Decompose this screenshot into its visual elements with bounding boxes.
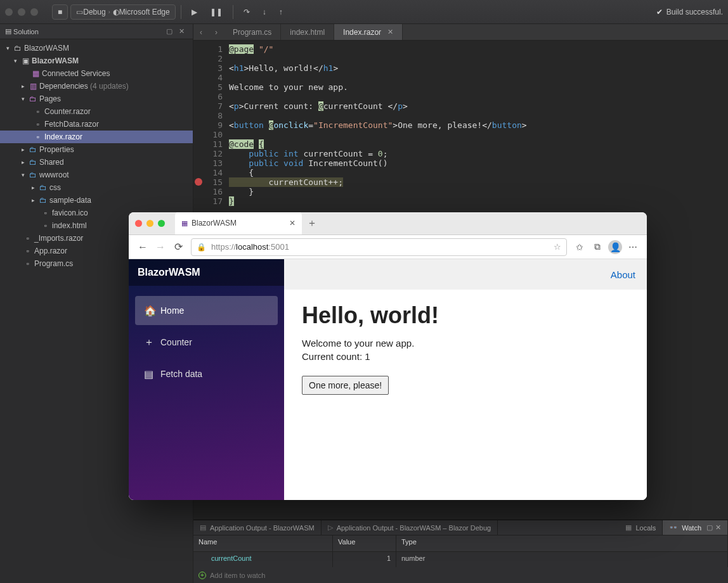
folder-icon: 🗀 <box>28 158 38 167</box>
increment-button[interactable]: One more, please! <box>302 376 389 395</box>
nav-home[interactable]: 🏠 Home <box>135 296 278 325</box>
tree-label: Program.cs <box>34 259 73 268</box>
window-traffic-lights[interactable] <box>5 8 38 16</box>
close-icon[interactable]: ✕ <box>289 219 296 227</box>
nav-forward-button[interactable]: › <box>209 24 224 40</box>
folder-icon: 🗀 <box>28 145 38 154</box>
browser-tabstrip: ▦ BlazorWASM ✕ ＋ <box>129 212 647 235</box>
close-icon[interactable]: ✕ <box>387 28 393 36</box>
razor-file-icon: ▫ <box>33 132 43 141</box>
browser-traffic-lights[interactable] <box>135 220 165 227</box>
tab-label: Index.razor <box>343 28 381 37</box>
stop-icon: ■ <box>58 8 62 16</box>
folder-icon: 🗀 <box>38 183 48 192</box>
tree-pages[interactable]: ▾🗀 Pages <box>0 93 193 105</box>
star-outline-icon[interactable]: ☆ <box>554 242 561 252</box>
step-out-button[interactable]: ↑ <box>274 4 288 20</box>
panel-close-icon[interactable]: ✕ <box>715 523 721 532</box>
about-link[interactable]: About <box>611 269 635 280</box>
tree-label: Connected Services <box>42 69 110 78</box>
solution-header: ▤ Solution ▢ ✕ <box>0 24 193 39</box>
tab-program-cs[interactable]: Program.cs <box>224 24 281 40</box>
tree-note: (4 updates) <box>90 82 129 91</box>
step-into-button[interactable]: ↓ <box>257 4 271 20</box>
tree-shared[interactable]: ▸🗀 Shared <box>0 156 193 169</box>
watch-row-name[interactable]: currentCount <box>193 552 333 568</box>
tree-label: Index.razor <box>44 132 82 141</box>
tree-label: Pages <box>39 94 61 103</box>
tree-file-fetchdata[interactable]: ▫ FetchData.razor <box>0 118 193 131</box>
tree-label: Dependencies <box>39 82 88 91</box>
nav-back-button[interactable]: ‹ <box>193 24 209 40</box>
breakpoint-icon[interactable] <box>195 178 202 186</box>
collections-button[interactable]: ⧉ <box>588 241 606 252</box>
tree-label: FetchData.razor <box>44 120 99 129</box>
debug-tab-output1[interactable]: ▤ Application Output - BlazorWASM <box>193 520 322 535</box>
package-icon: ▥ <box>28 82 38 91</box>
app-sidebar: BlazorWASM 🏠 Home ＋ Counter ▤ Fetch data <box>129 259 284 500</box>
debug-panel: ▤ Application Output - BlazorWASM ▷ Appl… <box>193 520 728 583</box>
tab-label: Program.cs <box>233 28 271 37</box>
url-port: :5001 <box>268 242 289 252</box>
page-icon: ▦ <box>181 219 188 227</box>
nav-fetch-data[interactable]: ▤ Fetch data <box>135 359 278 388</box>
tree-project[interactable]: ▾▣ BlazorWASM <box>0 54 193 67</box>
tab-index-html[interactable]: index.html <box>281 24 334 40</box>
tree-label: favicon.ico <box>52 208 88 217</box>
stop-button[interactable]: ■ <box>52 4 68 20</box>
razor-file-icon: ▫ <box>23 247 33 255</box>
browser-tab[interactable]: ▦ BlazorWASM ✕ <box>175 212 302 234</box>
build-status-label: Build successful. <box>666 8 723 16</box>
locals-icon: ▦ <box>625 523 632 532</box>
check-icon: ✔ <box>656 8 663 16</box>
browser-window: ▦ BlazorWASM ✕ ＋ ← → ⟳ 🔒 https:// localh… <box>129 212 647 500</box>
tree-wwwroot[interactable]: ▾🗀 wwwroot <box>0 169 193 181</box>
run-config-selector[interactable]: ▭ Debug › ◐ Microsoft Edge <box>70 4 175 20</box>
back-button[interactable]: ← <box>134 241 152 253</box>
nav-label: Fetch data <box>160 369 202 379</box>
tree-css[interactable]: ▸🗀 css <box>0 181 193 194</box>
tree-label: App.razor <box>34 247 67 255</box>
razor-file-icon: ▫ <box>33 120 43 129</box>
avatar-icon: 👤 <box>608 240 622 254</box>
panel-close-icon[interactable]: ✕ <box>179 27 188 36</box>
panel-restore-icon[interactable]: ▢ <box>166 27 175 36</box>
profile-button[interactable]: 👤 <box>606 240 624 254</box>
watch-grid[interactable]: Name Value Type currentCount 1 number + … <box>193 535 728 583</box>
tree-label: Shared <box>39 158 64 167</box>
pause-button[interactable]: ❚❚ <box>205 4 228 20</box>
tree-solution-root[interactable]: ▾🗀 BlazorWASM <box>0 42 193 54</box>
page-content: Hello, world! Welcome to your new app. C… <box>284 290 647 401</box>
tab-index-razor[interactable]: Index.razor ✕ <box>334 24 403 40</box>
play-button[interactable]: ▶ <box>186 4 202 20</box>
razor-file-icon: ▫ <box>23 234 33 243</box>
favorites-button[interactable]: ✩ <box>571 242 588 252</box>
tree-properties[interactable]: ▸🗀 Properties <box>0 143 193 156</box>
app-topbar: About <box>284 259 647 290</box>
tree-file-index-razor[interactable]: ▫ Index.razor <box>0 131 193 143</box>
add-watch-row[interactable]: + Add item to watch <box>193 567 728 583</box>
new-tab-button[interactable]: ＋ <box>307 217 317 230</box>
reload-button[interactable]: ⟳ <box>169 241 187 253</box>
debug-tab-locals[interactable]: ▦ Locals <box>619 520 663 535</box>
folder-icon: 🗀 <box>28 94 38 103</box>
plus-icon: ＋ <box>144 336 160 349</box>
nav-counter[interactable]: ＋ Counter <box>135 328 278 357</box>
tree-label: BlazorWASM <box>24 44 69 53</box>
panel-restore-icon[interactable]: ▢ <box>706 523 713 532</box>
forward-button[interactable]: → <box>152 241 169 253</box>
debug-tab-watch[interactable]: 👓 Watch ▢ ✕ <box>663 520 728 535</box>
url-scheme: https:// <box>211 242 236 252</box>
step-over-button[interactable]: ↷ <box>238 4 255 20</box>
browser-navbar: ← → ⟳ 🔒 https:// localhost :5001 ☆ ✩ ⧉ 👤… <box>129 235 647 259</box>
more-button[interactable]: ⋯ <box>624 242 642 252</box>
tree-connected-services[interactable]: ▦ Connected Services <box>0 67 193 80</box>
tree-sample-data[interactable]: ▸🗀 sample-data <box>0 194 193 207</box>
solution-icon: ▤ <box>5 27 11 35</box>
brand-label: BlazorWASM <box>129 259 284 286</box>
tree-dependencies[interactable]: ▸▥ Dependencies (4 updates) <box>0 80 193 93</box>
tree-file-counter[interactable]: ▫ Counter.razor <box>0 105 193 118</box>
url-bar[interactable]: 🔒 https:// localhost :5001 ☆ <box>191 238 567 256</box>
debug-tab-output2[interactable]: ▷ Application Output - BlazorWASM – Blaz… <box>322 520 498 535</box>
folder-icon: 🗀 <box>38 196 48 205</box>
